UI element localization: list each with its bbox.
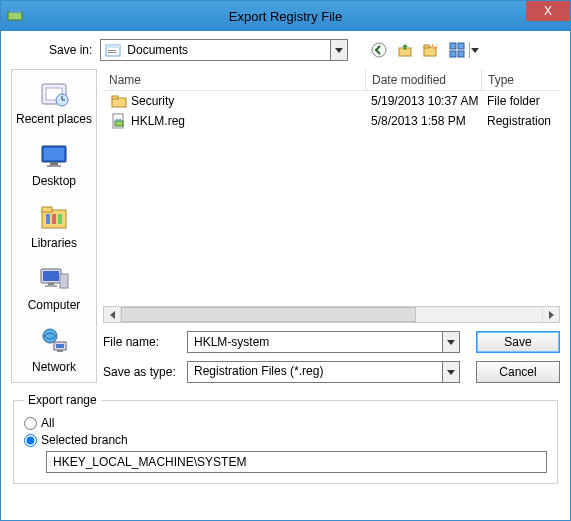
svg-rect-2	[14, 10, 17, 13]
file-name-combo[interactable]	[187, 331, 460, 353]
file-list-header[interactable]: Name Date modified Type	[103, 69, 560, 91]
file-row[interactable]: HKLM.reg 5/8/2013 1:58 PM Registration	[103, 111, 560, 131]
scroll-thumb[interactable]	[121, 307, 416, 322]
chevron-left-icon	[110, 311, 115, 319]
folder-icon	[111, 93, 127, 109]
horizontal-scrollbar[interactable]	[103, 306, 560, 323]
close-icon: X	[544, 4, 552, 18]
file-name-dropdown[interactable]	[442, 332, 459, 352]
svg-rect-28	[52, 214, 56, 224]
view-dropdown[interactable]	[469, 42, 479, 58]
svg-rect-32	[48, 283, 54, 285]
svg-rect-15	[458, 43, 464, 49]
libraries-icon	[38, 202, 70, 234]
chevron-down-icon	[471, 48, 479, 53]
svg-rect-24	[47, 165, 61, 167]
place-recent[interactable]: Recent places	[14, 76, 94, 128]
svg-rect-17	[458, 51, 464, 57]
file-list[interactable]: Security 5/19/2013 10:37 AM File folder …	[103, 91, 560, 306]
app-icon	[7, 8, 23, 24]
svg-rect-38	[57, 350, 63, 352]
view-menu-button[interactable]	[446, 39, 482, 61]
svg-rect-11	[424, 45, 429, 48]
svg-point-35	[43, 329, 57, 343]
save-type-label: Save as type:	[103, 365, 179, 379]
back-button[interactable]	[368, 39, 390, 61]
scroll-track[interactable]	[121, 307, 542, 322]
svg-rect-40	[112, 96, 118, 99]
export-range-legend: Export range	[24, 393, 101, 407]
documents-icon	[105, 42, 121, 58]
place-label: Libraries	[31, 236, 77, 250]
save-type-combo[interactable]: Registration Files (*.reg)	[187, 361, 460, 383]
view-icon	[449, 42, 465, 58]
place-label: Desktop	[32, 174, 76, 188]
save-button[interactable]: Save	[476, 331, 560, 353]
svg-rect-27	[46, 214, 50, 224]
desktop-icon	[38, 140, 70, 172]
title-bar[interactable]: Export Registry File X	[1, 1, 570, 31]
save-in-dropdown[interactable]	[330, 40, 347, 60]
network-icon	[38, 326, 70, 358]
reg-file-icon	[111, 113, 127, 129]
file-date: 5/19/2013 10:37 AM	[365, 94, 481, 108]
svg-text:★: ★	[430, 42, 440, 51]
up-folder-icon	[397, 42, 413, 58]
file-name-label: File name:	[103, 335, 179, 349]
save-type-value: Registration Files (*.reg)	[188, 362, 442, 382]
file-name-input[interactable]	[188, 332, 442, 352]
new-folder-button[interactable]: ★	[420, 39, 442, 61]
export-selected-radio[interactable]	[24, 434, 37, 447]
close-button[interactable]: X	[526, 1, 570, 21]
file-name: Security	[131, 94, 365, 108]
svg-rect-29	[58, 214, 62, 224]
export-range-group: Export range All Selected branch	[13, 393, 558, 484]
branch-path-input[interactable]	[46, 451, 547, 473]
svg-point-8	[372, 43, 386, 57]
recent-places-icon	[38, 78, 70, 110]
save-in-value: Documents	[125, 43, 330, 57]
place-label: Recent places	[16, 112, 92, 126]
chevron-down-icon	[335, 48, 343, 53]
svg-rect-6	[108, 50, 116, 51]
chevron-down-icon	[447, 340, 455, 345]
place-label: Network	[32, 360, 76, 374]
save-in-label: Save in:	[49, 43, 92, 57]
computer-icon	[38, 264, 70, 296]
place-desktop[interactable]: Desktop	[14, 138, 94, 190]
place-computer[interactable]: Computer	[14, 262, 94, 314]
scroll-left-button[interactable]	[104, 307, 121, 322]
column-name[interactable]: Name	[103, 69, 365, 90]
svg-rect-7	[108, 52, 116, 53]
export-all-radio[interactable]	[24, 417, 37, 430]
svg-rect-26	[42, 207, 52, 212]
window-title: Export Registry File	[1, 9, 570, 24]
svg-rect-23	[50, 162, 58, 165]
svg-rect-22	[44, 148, 64, 160]
svg-rect-5	[106, 45, 120, 48]
svg-rect-33	[45, 285, 57, 287]
file-type: File folder	[481, 94, 560, 108]
svg-rect-37	[56, 344, 64, 348]
svg-rect-31	[43, 271, 59, 281]
svg-rect-44	[119, 119, 121, 121]
places-bar: Recent places Desktop Libraries Computer…	[11, 69, 97, 383]
column-type[interactable]: Type	[481, 69, 560, 90]
file-row[interactable]: Security 5/19/2013 10:37 AM File folder	[103, 91, 560, 111]
save-in-combo[interactable]: Documents	[100, 39, 348, 61]
file-type: Registration	[481, 114, 560, 128]
place-libraries[interactable]: Libraries	[14, 200, 94, 252]
place-label: Computer	[28, 298, 81, 312]
cancel-button[interactable]: Cancel	[476, 361, 560, 383]
scroll-right-button[interactable]	[542, 307, 559, 322]
place-network[interactable]: Network	[14, 324, 94, 376]
back-icon	[371, 42, 387, 58]
new-folder-icon: ★	[423, 42, 439, 58]
save-type-dropdown[interactable]	[442, 362, 459, 382]
up-level-button[interactable]	[394, 39, 416, 61]
column-date[interactable]: Date modified	[365, 69, 481, 90]
svg-rect-3	[18, 10, 21, 13]
export-selected-label[interactable]: Selected branch	[41, 433, 128, 447]
export-all-label[interactable]: All	[41, 416, 54, 430]
svg-rect-43	[116, 119, 118, 121]
